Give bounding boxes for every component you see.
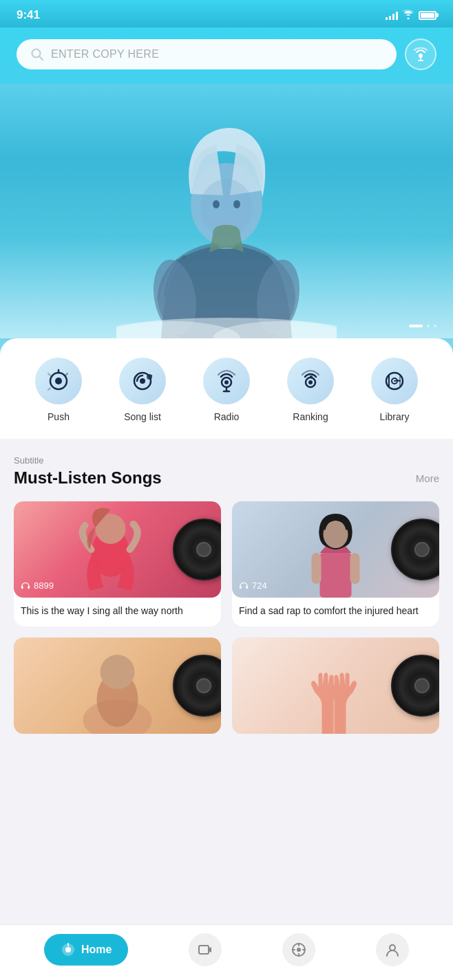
discover-nav-button[interactable] — [282, 933, 315, 966]
search-icon — [30, 47, 44, 61]
songlist-icon-wrap — [119, 358, 166, 404]
profile-nav-button[interactable] — [376, 933, 409, 966]
push-label: Push — [48, 411, 70, 422]
ranking-icon-wrap — [287, 358, 334, 404]
more-link[interactable]: More — [416, 472, 439, 484]
radio-label: Radio — [214, 411, 240, 422]
radio-waves-icon — [412, 47, 430, 61]
videos-nav-button[interactable] — [189, 933, 222, 966]
category-library[interactable]: Library — [371, 358, 418, 422]
library-icon — [382, 369, 407, 393]
section-title: Must-Listen Songs — [14, 468, 162, 488]
category-radio[interactable]: Radio — [203, 358, 250, 422]
song-grid: 8899 This is the way I sing all the way … — [14, 501, 439, 734]
wifi-icon — [402, 10, 414, 21]
song-card-3-image — [14, 638, 221, 734]
songlist-icon — [130, 369, 155, 393]
bottom-nav: Home — [0, 924, 453, 980]
push-icon — [46, 369, 71, 393]
radio-icon-wrap — [203, 358, 250, 404]
svg-point-28 — [308, 380, 313, 384]
push-icon-wrap — [35, 358, 82, 404]
svg-rect-43 — [199, 946, 209, 954]
svg-rect-33 — [320, 553, 352, 598]
category-row: Push Song list — [17, 358, 436, 422]
song-card-4-image — [232, 638, 439, 734]
signal-icon — [386, 10, 398, 20]
profile-icon — [385, 942, 400, 957]
headphone-icon-2 — [239, 582, 249, 590]
svg-rect-35 — [350, 553, 360, 584]
category-card: Push Song list — [0, 338, 453, 439]
battery-icon — [419, 11, 436, 20]
home-nav-label: Home — [81, 944, 112, 956]
songlist-label: Song list — [124, 411, 161, 422]
carousel-dot-active — [409, 325, 423, 327]
svg-point-45 — [297, 948, 301, 952]
hero-figure-svg — [116, 84, 337, 338]
section-header: Must-Listen Songs More — [14, 468, 439, 488]
ranking-label: Ranking — [293, 411, 328, 422]
hero-image — [0, 84, 453, 338]
listen-count-1: 8899 — [21, 580, 54, 591]
song-title-1: This is the way I sing all the way north — [14, 598, 221, 627]
section-subtitle-text: Subtitle — [14, 455, 439, 466]
radio-waves-button[interactable] — [405, 39, 436, 70]
song-card-1[interactable]: 8899 This is the way I sing all the way … — [14, 501, 221, 627]
song-card-2-image: 724 — [232, 501, 439, 598]
svg-point-17 — [55, 378, 62, 384]
svg-point-19 — [140, 378, 145, 384]
radio-icon — [214, 369, 239, 393]
discover-icon — [291, 942, 306, 957]
category-ranking[interactable]: Ranking — [287, 358, 334, 422]
svg-point-24 — [224, 380, 229, 384]
headphone-icon-1 — [21, 582, 30, 590]
svg-point-42 — [65, 947, 71, 952]
home-icon — [61, 942, 76, 957]
videos-icon — [198, 942, 213, 957]
song-card-2[interactable]: 724 Find a sad rap to comfort the injure… — [232, 501, 439, 627]
svg-point-11 — [213, 200, 220, 208]
song-card-1-image: 8899 — [14, 501, 221, 598]
category-push[interactable]: Push — [35, 358, 82, 422]
search-placeholder: ENTER COPY HERE — [51, 48, 159, 61]
song-card-3[interactable] — [14, 638, 221, 734]
status-bar: 9:41 — [0, 0, 453, 28]
ranking-icon — [298, 369, 323, 393]
song-title-2: Find a sad rap to comfort the injured he… — [232, 598, 439, 627]
svg-point-40 — [101, 655, 135, 689]
carousel-dot-2 — [427, 325, 430, 327]
listen-count-2: 724 — [239, 580, 267, 591]
library-icon-wrap — [371, 358, 418, 404]
carousel-dots — [409, 325, 436, 327]
svg-point-12 — [233, 200, 240, 208]
hero-section: ENTER COPY HERE — [0, 28, 453, 439]
status-icons — [386, 10, 436, 21]
status-time: 9:41 — [17, 8, 40, 22]
song-card-4[interactable] — [232, 638, 439, 734]
library-label: Library — [380, 411, 410, 422]
category-songlist[interactable]: Song list — [119, 358, 166, 422]
svg-rect-34 — [312, 553, 322, 584]
main-content: Subtitle Must-Listen Songs More — [0, 439, 453, 819]
svg-point-46 — [390, 945, 395, 950]
search-input-wrap[interactable]: ENTER COPY HERE — [17, 39, 397, 69]
carousel-dot-3 — [434, 325, 436, 327]
home-nav-button[interactable]: Home — [44, 934, 128, 966]
svg-line-22 — [151, 375, 152, 376]
svg-line-1 — [39, 56, 43, 60]
search-bar: ENTER COPY HERE — [17, 39, 436, 70]
